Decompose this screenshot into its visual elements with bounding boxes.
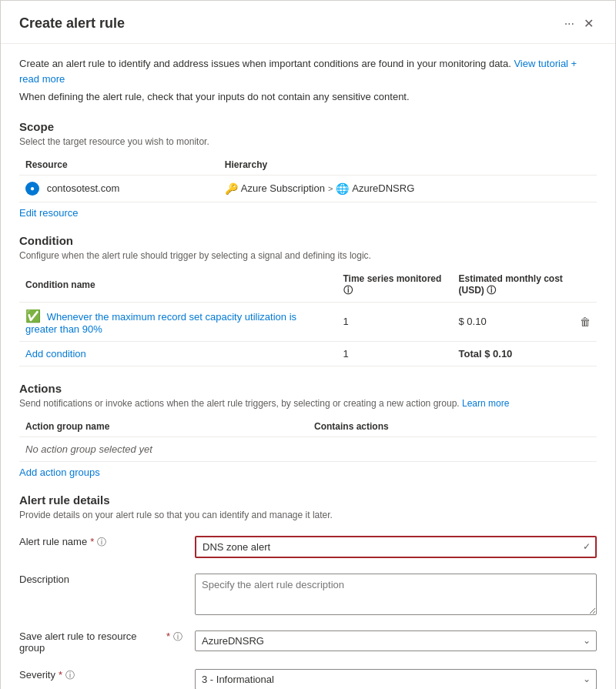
required-indicator3: * [59, 669, 62, 681]
condition-cost-value: $ 0.10 [459, 316, 487, 327]
alert-rule-name-info-icon[interactable]: ⓘ [97, 536, 106, 549]
severity-control: 0 - Critical 1 - Error 2 - Warning 3 - I… [189, 661, 597, 690]
learn-more-link[interactable]: Learn more [462, 398, 509, 409]
header-actions: ··· ✕ [564, 13, 597, 34]
condition-link[interactable]: Whenever the maximum record set capacity… [25, 311, 296, 335]
alert-rule-name-label: Alert rule name * ⓘ [19, 528, 189, 566]
condition-table-header: Condition name Time series monitored ⓘ E… [19, 269, 597, 303]
chevron-right-icon: > [328, 184, 333, 193]
check-icon: ✅ [25, 309, 41, 323]
close-button[interactable]: ✕ [581, 13, 597, 34]
condition-section: Condition Configure when the alert rule … [19, 234, 597, 366]
condition-name-cell: ✅ Whenever the maximum record set capaci… [19, 302, 337, 341]
subscription-text: Azure Subscription [241, 182, 325, 194]
actions-table-header: Action group name Contains actions [19, 416, 597, 437]
edit-resource-link[interactable]: Edit resource [19, 207, 597, 219]
scope-col-hierarchy: Hierarchy [219, 155, 597, 176]
dialog-title: Create alert rule [19, 15, 125, 32]
add-action-groups-link[interactable]: Add action groups [19, 467, 597, 478]
description-label: Description [19, 566, 189, 623]
intro-section: Create an alert rule to identify and add… [19, 56, 597, 105]
alert-rule-name-control: ✓ [189, 528, 597, 566]
add-condition-row: Add condition 1 Total $ 0.10 [19, 341, 597, 366]
severity-label: Severity * ⓘ [19, 661, 189, 690]
intro-text: Create an alert rule to identify and add… [19, 56, 597, 86]
hierarchy-content: 🔑 Azure Subscription > 🌐 AzureDNSRG [225, 182, 591, 195]
scope-resource-cell: ● contosotest.com [19, 175, 219, 202]
severity-select[interactable]: 0 - Critical 1 - Error 2 - Warning 3 - I… [195, 669, 597, 690]
resource-group-select-wrapper: AzureDNSRG ⌄ [195, 630, 597, 651]
add-condition-link[interactable]: Add condition [25, 348, 86, 360]
total-time-series-cell: 1 [337, 341, 453, 366]
scope-title: Scope [19, 120, 597, 133]
dialog-header: Create alert rule ··· ✕ [1, 1, 615, 44]
condition-cost-cell: $ 0.10 🗑 [453, 302, 598, 341]
resource-group-select[interactable]: AzureDNSRG [195, 630, 597, 651]
condition-col-name: Condition name [19, 269, 337, 303]
resource-icon: ● [25, 182, 39, 196]
key-icon: 🔑 [225, 182, 238, 195]
description-input[interactable] [195, 574, 597, 615]
alert-rule-details-section: Alert rule details Provide details on yo… [19, 493, 597, 690]
alert-rule-name-input[interactable] [195, 536, 597, 558]
scope-section: Scope Select the target resource you wis… [19, 120, 597, 219]
scope-col-resource: Resource [19, 155, 219, 176]
resource-group-label: Save alert rule to resource group * ⓘ [19, 623, 189, 661]
total-cost-cell: Total $ 0.10 [453, 341, 598, 366]
alert-details-form: Alert rule name * ⓘ ✓ Description [19, 528, 597, 690]
resource-name: contosotest.com [47, 182, 120, 193]
severity-select-wrapper: 0 - Critical 1 - Error 2 - Warning 3 - I… [195, 669, 597, 690]
alert-rule-details-subtitle: Provide details on your alert rule so th… [19, 510, 597, 520]
condition-title: Condition [19, 234, 597, 247]
scope-subtitle: Select the target resource you wish to m… [19, 136, 597, 147]
alert-rule-name-input-wrapper: ✓ [195, 536, 597, 558]
resource-group-info-icon[interactable]: ⓘ [173, 630, 182, 644]
actions-section: Actions Send notifications or invoke act… [19, 382, 597, 478]
actions-table: Action group name Contains actions No ac… [19, 416, 597, 462]
condition-col-time: Time series monitored ⓘ [337, 269, 453, 303]
required-indicator: * [90, 536, 94, 547]
condition-table: Condition name Time series monitored ⓘ E… [19, 269, 597, 366]
no-action-cell: No action group selected yet [19, 436, 597, 461]
dialog-body: Create an alert rule to identify and add… [1, 44, 615, 689]
add-condition-cell: Add condition [19, 341, 337, 366]
scope-row: ● contosotest.com 🔑 Azure Subscription >… [19, 175, 597, 202]
cost-content: $ 0.10 🗑 [459, 316, 591, 328]
resource-group-control: AzureDNSRG ⌄ [189, 623, 597, 661]
globe-icon: 🌐 [336, 182, 349, 195]
actions-col-contains: Contains actions [308, 416, 597, 437]
no-action-row: No action group selected yet [19, 436, 597, 461]
condition-col-cost: Estimated monthly cost (USD) ⓘ [453, 269, 598, 303]
description-control [189, 566, 597, 623]
severity-info-icon[interactable]: ⓘ [65, 669, 75, 682]
no-action-text: No action group selected yet [25, 437, 152, 461]
condition-subtitle: Configure when the alert rule should tri… [19, 250, 597, 261]
intro-text2: When defining the alert rule, check that… [19, 89, 597, 105]
scope-hierarchy-cell: 🔑 Azure Subscription > 🌐 AzureDNSRG [219, 175, 597, 202]
actions-col-name: Action group name [19, 416, 308, 437]
checkmark-icon: ✓ [583, 541, 591, 552]
required-indicator2: * [166, 630, 170, 642]
total-cost-value: Total $ 0.10 [459, 348, 513, 360]
create-alert-rule-dialog: Create alert rule ··· ✕ Create an alert … [0, 0, 616, 689]
condition-time-cell: 1 [337, 302, 453, 341]
more-options-icon[interactable]: ··· [564, 17, 574, 31]
actions-subtitle: Send notifications or invoke actions whe… [19, 398, 597, 409]
resource-group-text: AzureDNSRG [352, 182, 414, 194]
actions-title: Actions [19, 382, 597, 395]
delete-condition-icon[interactable]: 🗑 [580, 316, 591, 328]
condition-row: ✅ Whenever the maximum record set capaci… [19, 302, 597, 341]
scope-table-header: Resource Hierarchy [19, 155, 597, 176]
scope-table: Resource Hierarchy ● contosotest.com 🔑 [19, 155, 597, 202]
alert-rule-details-title: Alert rule details [19, 493, 597, 507]
